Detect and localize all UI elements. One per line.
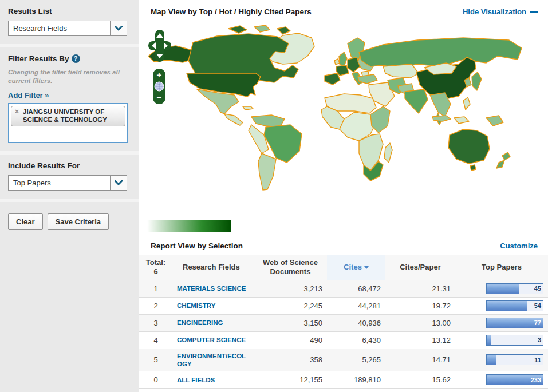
top-papers-bar: 11 [486, 354, 543, 365]
results-list-section: Results List Research Fields [0, 0, 139, 44]
hide-visualization-label: Hide Visualization [463, 7, 526, 16]
field-link[interactable]: COMPUTER SCIENCE [177, 336, 246, 344]
map-region-central-america[interactable] [224, 114, 243, 125]
field-link[interactable]: ENVIRONMENT/ECOLOGY [177, 352, 249, 369]
map-view-header: Map View by Top / Hot / Highly Cited Pap… [139, 0, 548, 19]
map-country-argentina[interactable] [258, 153, 276, 190]
report-view-title: Report View by Selection [151, 241, 243, 250]
map-country-new-zealand-north[interactable] [502, 152, 510, 160]
choropleth-legend-gradient [147, 220, 231, 232]
map-country-new-guinea[interactable] [486, 116, 503, 126]
help-icon[interactable]: ? [72, 54, 80, 63]
map-country-indonesia-east[interactable] [454, 117, 469, 124]
col-header-cites-per-paper: Cites/Paper [385, 255, 455, 280]
results-list-select[interactable]: Research Fields [8, 21, 127, 36]
filter-chip: × JIANGSU UNIVERSITY OF SCIENCE & TECHNO… [11, 106, 125, 126]
total-label: Total: [144, 258, 168, 267]
include-results-selected-value: Top Papers [9, 176, 110, 190]
report-table-header-row: Total: 6 Research Fields Web of Science … [139, 255, 548, 280]
cites-value: 6,430 [327, 331, 385, 349]
map-zoom-control[interactable]: + − [153, 69, 167, 105]
table-row: 4 COMPUTER SCIENCE 490 6,430 13.12 3 [139, 331, 548, 349]
top-papers-value: 11 [534, 357, 541, 363]
map-country-madagascar[interactable] [384, 143, 392, 163]
row-rank: 3 [139, 314, 172, 331]
docs-value: 490 [254, 331, 327, 349]
map-country-france[interactable] [336, 65, 349, 76]
include-results-select[interactable]: Top Papers [8, 175, 127, 191]
field-link[interactable]: ALL FIELDS [177, 376, 215, 384]
zoom-in-icon: + [157, 70, 162, 80]
cites-label: Cites [344, 263, 362, 272]
cites-per-paper-value: 14.71 [385, 349, 455, 371]
map-region-south-america-nw[interactable] [251, 115, 285, 127]
col-header-cites[interactable]: Cites [327, 255, 385, 280]
map-country-philippines[interactable] [463, 97, 470, 110]
cites-value: 44,281 [327, 297, 385, 314]
chevron-down-icon[interactable] [110, 21, 127, 35]
row-rank: 2 [139, 297, 172, 314]
remove-filter-icon[interactable]: × [15, 108, 19, 116]
top-papers-value: 54 [534, 302, 541, 309]
map-arctic-island[interactable] [228, 26, 247, 33]
field-link[interactable]: ENGINEERING [177, 319, 223, 327]
map-country-india[interactable] [405, 89, 428, 113]
cites-value: 68,472 [327, 280, 385, 297]
map-country-cuba[interactable] [243, 106, 253, 110]
docs-value: 2,245 [254, 297, 327, 314]
top-papers-bar: 3 [486, 335, 543, 346]
top-papers-value: 233 [531, 377, 541, 383]
map-arctic-island[interactable] [254, 25, 270, 32]
filter-results-title: Filter Results By? [8, 54, 131, 63]
map-country-ireland[interactable] [334, 59, 340, 65]
hide-visualization-link[interactable]: Hide Visualization [463, 7, 538, 16]
add-filter-link[interactable]: Add Filter » [8, 91, 49, 100]
map-country-japan[interactable] [472, 72, 482, 90]
col-header-top-papers: Top Papers [455, 255, 548, 280]
filter-chip-label: JIANGSU UNIVERSITY OF SCIENCE & TECHNOLO… [23, 108, 107, 123]
row-rank: 5 [139, 349, 172, 371]
top-papers-bar: 45 [486, 283, 543, 294]
map-pan-control[interactable] [148, 30, 171, 62]
top-papers-value: 3 [538, 336, 541, 343]
zoom-out-icon: − [157, 92, 162, 102]
cites-per-paper-value: 13.00 [385, 314, 455, 331]
table-row: 1 MATERIALS SCIENCE 3,213 68,472 21.31 4… [139, 280, 548, 297]
map-view-title: Map View by Top / Hot / Highly Cited Pap… [151, 7, 312, 16]
top-papers-bar: 77 [486, 318, 543, 328]
choropleth-world-map[interactable] [143, 21, 543, 213]
top-papers-value: 77 [534, 319, 541, 326]
cites-per-paper-value: 19.72 [385, 297, 455, 314]
customize-link[interactable]: Customize [500, 241, 538, 250]
filter-note: Changing the filter field removes all cu… [8, 68, 131, 85]
table-row: 3 ENGINEERING 3,150 40,936 13.00 77 [139, 314, 548, 331]
top-papers-bar: 54 [486, 300, 543, 311]
include-results-section: Include Results For Top Papers [0, 151, 139, 199]
map-country-indonesia[interactable] [432, 116, 451, 121]
map-country-uk[interactable] [339, 52, 347, 66]
docs-value: 3,150 [254, 314, 327, 331]
report-view-header: Report View by Selection Customize [139, 236, 548, 255]
map-country-australia[interactable] [448, 129, 490, 164]
docs-value: 358 [254, 349, 327, 371]
minus-icon [530, 11, 538, 13]
clear-button[interactable]: Clear [8, 213, 43, 230]
docs-value: 3,213 [254, 280, 327, 297]
map-country-new-zealand-south[interactable] [496, 160, 504, 168]
cites-per-paper-value: 13.12 [385, 331, 455, 349]
table-row: 2 CHEMISTRY 2,245 44,281 19.72 54 [139, 297, 548, 314]
total-value: 6 [144, 267, 168, 276]
map-country-kazakhstan[interactable] [383, 64, 419, 78]
field-link[interactable]: CHEMISTRY [177, 302, 215, 310]
chevron-down-icon[interactable] [110, 176, 127, 190]
map-country-tasmania[interactable] [470, 165, 476, 171]
map-country-turkey[interactable] [358, 74, 377, 84]
field-link[interactable]: MATERIALS SCIENCE [177, 284, 246, 292]
map-country-spain[interactable] [325, 73, 340, 85]
sort-caret-icon [364, 266, 369, 269]
map-arctic-island[interactable] [277, 27, 290, 34]
filters-sidebar: Results List Research Fields Filter Resu… [0, 0, 139, 392]
save-criteria-button[interactable]: Save Criteria [48, 213, 109, 230]
table-row: 0 ALL FIELDS 12,155 189,810 15.62 233 [139, 371, 548, 389]
esi-app: Results List Research Fields Filter Resu… [0, 0, 548, 392]
